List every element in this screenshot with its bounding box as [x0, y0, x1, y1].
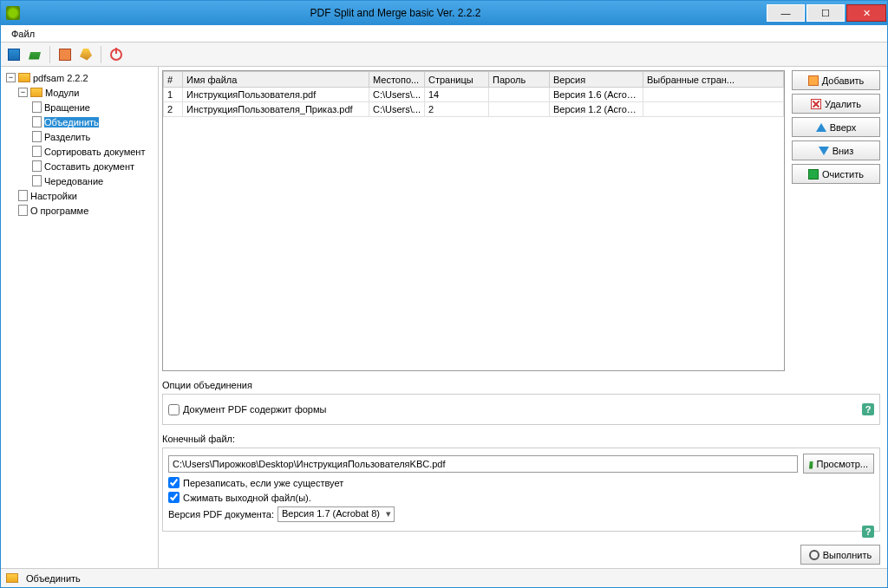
overwrite-label: Перезаписать, если уже существует	[183, 478, 343, 488]
statusbar: Объединить	[1, 568, 887, 587]
down-button[interactable]: Вниз	[792, 140, 880, 160]
tree-item-alternate[interactable]: Чередование	[4, 173, 154, 188]
cell-num: 2	[164, 102, 183, 117]
compress-label: Сжимать выходной файл(ы).	[183, 493, 311, 503]
tree-about[interactable]: О программе	[4, 203, 154, 218]
tree-label: pdfsam 2.2.2	[33, 73, 88, 83]
tree-item-compose[interactable]: Составить документ	[4, 159, 154, 173]
page-icon	[18, 190, 28, 201]
col-selected[interactable]: Выбранные стран...	[643, 72, 784, 88]
arrow-down-icon	[819, 147, 829, 155]
arrow-up-icon	[816, 123, 826, 132]
overwrite-checkbox[interactable]	[168, 477, 180, 488]
side-buttons: Добавить Удалить Вверх Вниз Очистить	[792, 70, 880, 371]
toolbar-separator	[101, 46, 101, 63]
cell-filename: ИнструкцияПользователя.pdf	[183, 88, 369, 102]
add-icon	[808, 75, 819, 86]
merge-options-title: Опции объединения	[162, 380, 880, 390]
pdfver-label: Версия PDF документа:	[168, 509, 274, 519]
cell-pages: 14	[425, 88, 489, 102]
page-icon	[32, 101, 42, 113]
col-num[interactable]: #	[164, 72, 183, 88]
output-path-input[interactable]	[168, 455, 798, 473]
clear-log-button[interactable]	[76, 45, 95, 64]
tree-label: Сортировать документ	[44, 147, 145, 157]
main-panel: # Имя файла Местопо... Страницы Пароль В…	[159, 67, 887, 568]
tree-item-sort[interactable]: Сортировать документ	[4, 144, 154, 159]
col-location[interactable]: Местопо...	[369, 72, 425, 88]
log-icon	[59, 49, 71, 61]
cell-pages: 2	[425, 102, 489, 117]
page-icon	[32, 146, 42, 157]
open-button[interactable]	[25, 45, 44, 64]
compress-checkbox[interactable]	[168, 492, 180, 503]
pdfver-select[interactable]: Версия 1.7 (Acrobat 8)	[278, 506, 395, 522]
tree-settings[interactable]: Настройки	[4, 188, 154, 203]
app-icon	[6, 6, 20, 20]
close-button[interactable]: ✕	[846, 4, 886, 22]
page-icon	[32, 131, 42, 142]
page-icon	[32, 116, 42, 127]
forms-label: Документ PDF содержит формы	[183, 404, 326, 415]
output-section: Конечный файл: Просмотр... Перезаписать,…	[162, 434, 880, 538]
file-table[interactable]: # Имя файла Местопо... Страницы Пароль В…	[162, 70, 785, 371]
table-row[interactable]: 2 ИнструкцияПользователя_Приказ.pdf C:\U…	[164, 102, 784, 117]
collapse-icon[interactable]: −	[6, 73, 16, 82]
browse-button[interactable]: Просмотр...	[803, 454, 874, 474]
delete-icon	[811, 99, 821, 109]
execute-button[interactable]: Выполнить	[800, 545, 880, 565]
file-area: # Имя файла Местопо... Страницы Пароль В…	[162, 70, 880, 371]
page-icon	[32, 160, 42, 172]
tree-item-split[interactable]: Разделить	[4, 129, 154, 144]
maximize-button[interactable]: ☐	[806, 4, 845, 22]
tree-item-merge[interactable]: Объединить	[4, 114, 154, 129]
cell-filename: ИнструкцияПользователя_Приказ.pdf	[183, 102, 369, 117]
menubar: Файл	[1, 25, 887, 42]
body: − pdfsam 2.2.2 − Модули Вращение Объедин…	[1, 67, 887, 568]
cell-version: Версия 1.2 (Acroba...	[550, 102, 643, 117]
cell-location: C:\Users\...	[369, 102, 425, 117]
table-row[interactable]: 1 ИнструкцияПользователя.pdf C:\Users\..…	[164, 88, 784, 102]
help-icon[interactable]: ?	[862, 526, 874, 538]
execute-row: Выполнить	[162, 545, 880, 565]
gear-icon	[809, 550, 819, 560]
cell-selected	[643, 88, 784, 102]
add-button[interactable]: Добавить	[792, 70, 880, 90]
page-icon	[32, 175, 42, 186]
menu-file[interactable]: Файл	[6, 27, 40, 41]
folder-open-icon	[809, 459, 813, 469]
remove-button[interactable]: Удалить	[792, 94, 880, 114]
tree-label: Составить документ	[44, 161, 134, 172]
status-label: Объединить	[26, 573, 81, 584]
clear-button[interactable]: Очистить	[792, 164, 880, 184]
tree-modules[interactable]: − Модули	[4, 85, 154, 100]
merge-options: Опции объединения Документ PDF содержит …	[162, 380, 880, 425]
window-title: PDF Split and Merge basic Ver. 2.2.2	[25, 7, 766, 19]
titlebar[interactable]: PDF Split and Merge basic Ver. 2.2.2 — ☐…	[1, 1, 887, 25]
col-version[interactable]: Версия	[550, 72, 643, 88]
toolbar-separator	[49, 46, 50, 63]
minimize-button[interactable]: —	[767, 4, 805, 22]
forms-checkbox[interactable]	[168, 404, 180, 415]
toolbar	[1, 42, 887, 67]
log-button[interactable]	[56, 45, 75, 64]
tree-label: Настройки	[30, 191, 77, 201]
tree-item-rotate[interactable]: Вращение	[4, 100, 154, 114]
up-button[interactable]: Вверх	[792, 117, 880, 137]
cell-version: Версия 1.6 (Acroba...	[550, 88, 643, 102]
help-icon[interactable]: ?	[862, 403, 874, 415]
cell-location: C:\Users\...	[369, 88, 425, 102]
page-icon	[18, 205, 28, 216]
save-button[interactable]	[4, 45, 23, 64]
col-filename[interactable]: Имя файла	[183, 72, 369, 88]
sidebar-tree[interactable]: − pdfsam 2.2.2 − Модули Вращение Объедин…	[1, 67, 159, 568]
collapse-icon[interactable]: −	[18, 88, 28, 97]
col-pages[interactable]: Страницы	[425, 72, 489, 88]
exit-button[interactable]	[107, 45, 126, 64]
cell-password	[489, 88, 550, 102]
tree-root[interactable]: − pdfsam 2.2.2	[4, 70, 154, 85]
output-label: Конечный файл:	[162, 434, 880, 444]
col-password[interactable]: Пароль	[489, 72, 550, 88]
cell-selected	[643, 102, 784, 117]
clear-icon	[808, 169, 819, 180]
